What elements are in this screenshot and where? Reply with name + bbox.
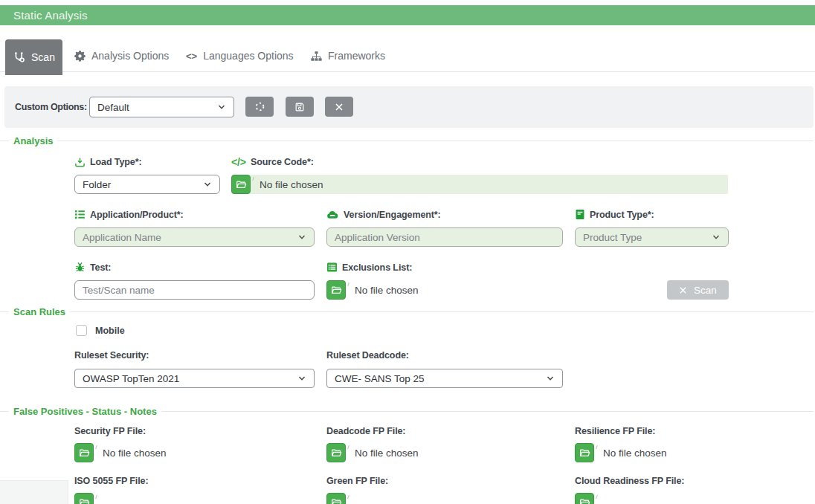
test-label: Test: bbox=[74, 262, 315, 273]
folder-open-icon bbox=[579, 448, 590, 459]
reload-options-button[interactable] bbox=[245, 97, 274, 117]
tab-analysis-options[interactable]: Analysis Options bbox=[74, 39, 169, 72]
scan-rules-legend: Scan Rules bbox=[0, 306, 814, 317]
close-icon bbox=[679, 286, 687, 294]
page-title-bar: Static Analysis bbox=[0, 5, 815, 25]
version-label: Version/Engagement*: bbox=[326, 209, 563, 220]
browse-folder-button[interactable] bbox=[575, 493, 594, 504]
tab-scan-label: Scan bbox=[31, 51, 55, 63]
test-input[interactable]: Test/Scan name bbox=[74, 280, 315, 300]
mobile-label: Mobile bbox=[95, 326, 125, 336]
green-fp-file-input[interactable] bbox=[326, 493, 563, 504]
folder-open-icon bbox=[236, 179, 247, 190]
custom-options-label: Custom Options: bbox=[15, 86, 87, 128]
page-title: Static Analysis bbox=[13, 9, 88, 22]
code-icon: </> bbox=[231, 156, 246, 168]
security-fp-file-input[interactable]: No file chosen bbox=[74, 443, 315, 462]
folder-open-icon bbox=[331, 448, 342, 459]
gear-icon bbox=[74, 51, 86, 62]
tab-bar: Scan Analysis Options <> Languages Optio… bbox=[0, 39, 815, 72]
stethoscope-icon bbox=[13, 51, 25, 64]
folder-open-icon bbox=[579, 497, 590, 504]
tab-frameworks[interactable]: Frameworks bbox=[311, 39, 385, 72]
static-analysis-page: Static Analysis Scan Analysis Options <>… bbox=[0, 0, 815, 504]
browse-folder-button[interactable] bbox=[326, 443, 346, 462]
bottom-left-panel bbox=[0, 480, 68, 504]
chevron-down-icon bbox=[203, 180, 212, 189]
cloud-readiness-fp-file-input[interactable] bbox=[575, 493, 729, 504]
mobile-checkbox[interactable] bbox=[76, 325, 87, 336]
security-fp-file-text: No file chosen bbox=[103, 448, 167, 459]
folder-open-icon bbox=[331, 497, 342, 504]
exclusions-file-input[interactable]: No file chosen bbox=[326, 280, 563, 300]
chevron-down-icon bbox=[297, 374, 306, 383]
bug-icon bbox=[74, 262, 86, 273]
test-placeholder: Test/Scan name bbox=[83, 285, 155, 296]
tab-scan[interactable]: Scan bbox=[5, 39, 62, 75]
close-icon bbox=[335, 103, 344, 112]
exclusions-file-text: No file chosen bbox=[355, 285, 419, 296]
cloud-icon bbox=[326, 209, 339, 220]
browse-folder-button[interactable] bbox=[326, 280, 346, 300]
browse-folder-button[interactable] bbox=[575, 443, 594, 462]
mobile-checkbox-row: Mobile bbox=[76, 325, 125, 336]
false-positives-legend-text: False Positives - Status - Notes bbox=[13, 406, 157, 417]
version-placeholder: Application Version bbox=[335, 232, 420, 243]
resilience-fp-file-text: No file chosen bbox=[603, 448, 667, 459]
resilience-fp-label: Resilience FP File: bbox=[575, 426, 729, 436]
load-type-select[interactable]: Folder bbox=[74, 175, 220, 194]
resilience-fp-file-input[interactable]: No file chosen bbox=[575, 443, 729, 462]
code-icon: <> bbox=[186, 51, 197, 62]
browse-folder-button[interactable] bbox=[231, 175, 251, 194]
ruleset-security-value: OWASP TopTen 2021 bbox=[83, 373, 179, 384]
chevron-down-icon bbox=[546, 374, 555, 383]
browse-folder-button[interactable] bbox=[326, 493, 346, 504]
source-code-label: </> Source Code*: bbox=[231, 156, 728, 168]
deadcode-fp-file-text: No file chosen bbox=[355, 448, 419, 459]
scan-button[interactable]: Scan bbox=[667, 280, 729, 300]
source-code-file-input[interactable]: No file chosen bbox=[231, 175, 728, 194]
ruleset-deadcode-label: Ruleset Deadcode: bbox=[326, 350, 563, 361]
iso5055-fp-label: ISO 5055 FP File: bbox=[74, 476, 315, 486]
deadcode-fp-file-input[interactable]: No file chosen bbox=[326, 443, 563, 462]
sitemap-icon bbox=[311, 51, 322, 62]
browse-folder-button[interactable] bbox=[74, 443, 94, 462]
tab-languages-options[interactable]: <> Languages Options bbox=[186, 39, 294, 72]
chevron-down-icon bbox=[217, 103, 226, 112]
folder-open-icon bbox=[79, 448, 90, 459]
load-type-label: Load Type*: bbox=[74, 156, 220, 168]
tab-frameworks-label: Frameworks bbox=[328, 50, 385, 62]
product-type-placeholder: Product Type bbox=[583, 232, 642, 243]
custom-options-panel: Custom Options: Default bbox=[4, 86, 814, 128]
iso5055-fp-file-input[interactable] bbox=[74, 493, 315, 504]
download-icon bbox=[74, 157, 86, 168]
table-list-icon bbox=[326, 262, 338, 273]
product-type-select[interactable]: Product Type bbox=[575, 227, 729, 247]
save-icon bbox=[294, 102, 305, 112]
ruleset-security-label: Ruleset Security: bbox=[74, 350, 315, 361]
save-options-button[interactable] bbox=[286, 97, 314, 117]
cloud-readiness-fp-label: Cloud Readiness FP File: bbox=[575, 476, 729, 486]
tab-analysis-options-label: Analysis Options bbox=[91, 50, 169, 62]
custom-options-value: Default bbox=[97, 102, 129, 113]
green-fp-label: Green FP File: bbox=[326, 476, 563, 486]
version-input[interactable]: Application Version bbox=[326, 227, 563, 247]
chevron-down-icon bbox=[712, 233, 721, 242]
scan-rules-legend-text: Scan Rules bbox=[13, 306, 65, 317]
application-placeholder: Application Name bbox=[83, 232, 161, 243]
application-select[interactable]: Application Name bbox=[74, 227, 315, 247]
folder-open-icon bbox=[79, 497, 90, 504]
exclusions-label: Exclusions List: bbox=[326, 262, 563, 273]
ruleset-deadcode-value: CWE- SANS Top 25 bbox=[335, 373, 425, 384]
browse-folder-button[interactable] bbox=[74, 493, 94, 504]
load-type-value: Folder bbox=[83, 179, 111, 190]
ruleset-security-select[interactable]: OWASP TopTen 2021 bbox=[74, 369, 315, 388]
false-positives-legend: False Positives - Status - Notes bbox=[0, 406, 814, 417]
security-fp-label: Security FP File: bbox=[74, 426, 315, 436]
clear-options-button[interactable] bbox=[325, 97, 353, 117]
tab-languages-options-label: Languages Options bbox=[203, 50, 293, 62]
product-type-label: Product Type*: bbox=[575, 209, 729, 220]
custom-options-select[interactable]: Default bbox=[89, 97, 234, 117]
deadcode-fp-label: Deadcode FP File: bbox=[326, 426, 563, 436]
ruleset-deadcode-select[interactable]: CWE- SANS Top 25 bbox=[326, 369, 563, 388]
